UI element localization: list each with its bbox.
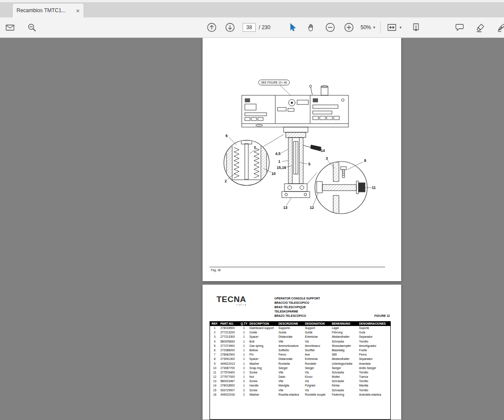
- table-cell: Schraube: [331, 379, 359, 383]
- table-cell: Pin: [249, 353, 278, 357]
- table-cell: Spacer: [249, 335, 278, 339]
- pdf-page-39: TECNA italia OPERATOR CONSOLE SUPPORT BR…: [203, 285, 401, 420]
- scrolling-mode-button[interactable]: [410, 21, 422, 34]
- callout-label: 7: [254, 145, 256, 150]
- table-cell: 15: [210, 388, 220, 393]
- table-cell: 277576400: [220, 370, 240, 375]
- header-cell: PART NO.: [220, 322, 240, 326]
- title-de: TELESKOPARME: [274, 309, 320, 314]
- table-cell: 2: [240, 393, 249, 397]
- signature-pen-icon: [497, 23, 504, 32]
- highlight-button[interactable]: [475, 21, 486, 34]
- table-cell: Entretoise: [304, 357, 331, 361]
- table-cell: Separador: [358, 335, 390, 339]
- table-row: 62720880001BellowSoffiettoSouffletBlaseb…: [210, 348, 390, 353]
- table-cell: 449022016: [220, 393, 240, 397]
- toolbar-divider: [380, 22, 381, 33]
- table-cell: Support: [304, 326, 331, 330]
- table-cell: Soufflet: [304, 348, 331, 353]
- table-cell: Rosetta elastica: [277, 393, 304, 397]
- table-cell: 16: [210, 393, 220, 397]
- page-fit-dropdown[interactable]: ▾: [386, 21, 402, 34]
- table-cell: 277213300: [220, 335, 240, 339]
- select-tool-button[interactable]: [287, 21, 298, 34]
- table-cell: Unterlegscheibe: [331, 362, 359, 366]
- zoom-level-dropdown[interactable]: 50% ▾: [361, 24, 375, 30]
- table-cell: 8: [210, 357, 220, 361]
- email-button[interactable]: [4, 21, 16, 34]
- tab-close-icon[interactable]: ×: [76, 7, 80, 14]
- callout-label: 4,5: [275, 151, 281, 156]
- table-cell: Seeger: [304, 366, 331, 370]
- table-cell: 933729907: [220, 388, 240, 393]
- table-cell: 6: [210, 348, 220, 353]
- table-cell: 12: [210, 375, 220, 379]
- table-cell: Rondella: [277, 362, 304, 366]
- table-cell: Gas spring: [249, 344, 278, 348]
- table-cell: 10: [210, 366, 220, 370]
- table-cell: Abstandhalter: [331, 335, 359, 339]
- page-number-input[interactable]: [243, 23, 256, 32]
- table-cell: 1: [240, 339, 249, 344]
- table-cell: Vite: [277, 370, 304, 375]
- table-cell: Vis: [304, 339, 331, 344]
- callout-label: 5: [308, 162, 311, 166]
- zoom-out-button[interactable]: [325, 21, 336, 34]
- toolbar-left-group: [4, 17, 37, 37]
- table-cell: Anillo Seeger: [358, 366, 390, 370]
- comment-button[interactable]: [454, 21, 465, 34]
- header-cell: BENENNUNG: [331, 322, 359, 326]
- table-cell: Manilla: [358, 383, 390, 388]
- table-cell: Distanziale: [277, 357, 304, 361]
- table-cell: 13: [210, 379, 220, 383]
- table-cell: 3: [210, 335, 220, 339]
- callout-label: 12: [310, 205, 314, 210]
- table-cell: Stossdaempfer: [331, 344, 359, 348]
- callout-label: 11: [372, 185, 376, 190]
- table-cell: 5: [210, 344, 220, 348]
- fill-sign-button[interactable]: [496, 21, 504, 34]
- callout-label: 15,16: [277, 165, 286, 170]
- table-cell: Klinke: [331, 383, 359, 388]
- fit-page-icon: [387, 24, 396, 31]
- table-cell: Vis: [304, 370, 331, 375]
- table-cell: Stift: [331, 353, 359, 357]
- logo-text: TECNA: [216, 295, 247, 303]
- table-row: 72780829001PinPernoAxeStiftPerno: [210, 353, 390, 357]
- table-row: 52772749001Gas springAmmortizzatoreAmort…: [210, 344, 390, 348]
- hand-tool-button[interactable]: [306, 21, 317, 34]
- parts-table: REF.PART NO.Q.TYDESCRIPTIONDESCRIZIONEDE…: [210, 321, 391, 420]
- table-cell: 277213200: [220, 330, 240, 335]
- table-cell: Lager: [331, 326, 359, 330]
- table-cell: Bellow: [249, 348, 278, 353]
- callout-label: 14: [321, 148, 325, 153]
- next-page-button[interactable]: [224, 21, 236, 34]
- table-cell: Vite: [277, 388, 304, 393]
- table-cell: Vis: [304, 388, 331, 393]
- title-fr: BRAS TÉLESCOPIQUE: [274, 305, 320, 309]
- table-cell: Distanziale: [277, 335, 304, 339]
- table-cell: Screw: [249, 370, 278, 375]
- table-cell: Ecrou: [304, 375, 331, 379]
- table-row: 45800056931BoltViteVisSchraubeTornillo: [210, 339, 390, 344]
- figure-title-block: OPERATOR CONSOLE SUPPORT BRACCIO TELESCO…: [274, 296, 320, 318]
- header-cell: REF.: [210, 322, 220, 326]
- table-cell: Arandela: [358, 362, 390, 366]
- table-cell: Dado: [277, 375, 304, 379]
- zoom-in-button[interactable]: [343, 21, 355, 34]
- table-cell: 1: [240, 335, 249, 339]
- table-cell: Perno: [358, 353, 390, 357]
- table-cell: Axe: [304, 353, 331, 357]
- document-tab[interactable]: Recambios TMTC1... ×: [12, 3, 84, 17]
- table-cell: Nut: [249, 375, 278, 379]
- table-cell: Führung: [331, 330, 359, 335]
- table-cell: Perno: [277, 353, 304, 357]
- zoom-out-icon: [325, 22, 335, 33]
- circle-arrow-up-icon: [206, 22, 217, 33]
- page-fit-button[interactable]: [386, 21, 397, 34]
- table-cell: 1: [240, 353, 249, 357]
- document-viewer[interactable]: SEE FIGURE 10 / 46 672104,5115,165143811…: [0, 38, 504, 420]
- table-row: 122775770001NutDadoEcrouMutterTuerca: [210, 375, 390, 379]
- previous-page-button[interactable]: [206, 21, 217, 34]
- marquee-zoom-button[interactable]: [26, 21, 37, 34]
